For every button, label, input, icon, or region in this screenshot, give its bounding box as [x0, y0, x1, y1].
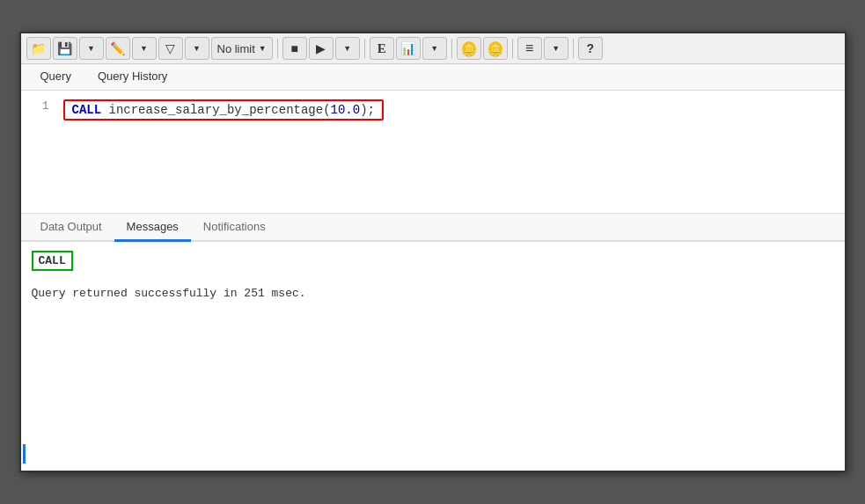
edit-button[interactable]: ✏️	[106, 37, 130, 60]
tab-messages[interactable]: Messages	[114, 214, 191, 242]
separator-1	[277, 39, 278, 58]
function-name: increase_salary_by_percentage(	[101, 103, 330, 117]
scratch2-button[interactable]: 🪙	[483, 37, 508, 60]
scratch-button[interactable]: 🪙	[457, 37, 481, 60]
query-editor[interactable]: 1 CALL increase_salary_by_percentage(10.…	[21, 91, 845, 214]
query-tab-bar: Query Query History	[21, 64, 845, 91]
code-highlighted-block: CALL increase_salary_by_percentage(10.0)…	[63, 99, 384, 121]
limit-caret-icon: ▼	[259, 44, 267, 53]
separator-5	[573, 39, 574, 58]
param-value: 10.0	[331, 103, 361, 117]
output-message: Query returned successfully in 251 msec.	[32, 285, 834, 302]
save-button[interactable]: 💾	[53, 37, 77, 60]
execute-button[interactable]: ▶	[309, 37, 334, 60]
filter-button[interactable]: ▽	[158, 37, 183, 60]
code-line-1: CALL increase_salary_by_percentage(10.0)…	[63, 99, 838, 121]
chart-button[interactable]: 📊	[396, 37, 421, 60]
save-dropdown-button[interactable]: ▼	[79, 37, 104, 60]
line-number-1: 1	[21, 99, 49, 113]
stop-button[interactable]: ■	[282, 37, 307, 60]
separator-4	[512, 39, 513, 58]
limit-dropdown[interactable]: No limit ▼	[211, 37, 273, 60]
tab-query[interactable]: Query	[28, 64, 84, 90]
execute-dropdown-button[interactable]: ▼	[335, 37, 360, 60]
line-numbers: 1	[21, 98, 56, 206]
editor-content[interactable]: CALL increase_salary_by_percentage(10.0)…	[56, 98, 845, 206]
open-folder-button[interactable]: 📁	[26, 37, 51, 60]
keyword-call: CALL	[72, 103, 102, 117]
cursor-indicator	[23, 444, 26, 464]
output-area: CALL Query returned successfully in 251 …	[21, 242, 845, 471]
filter-dropdown-button[interactable]: ▼	[185, 37, 209, 60]
separator-3	[451, 39, 452, 58]
main-window: 📁 💾 ▼ ✏️ ▼ ▽ ▼ No limit ▼ ■ ▶ ▼ E 📊 ▼ 🪙 …	[19, 32, 847, 472]
explain-button[interactable]: E	[370, 37, 394, 60]
toolbar: 📁 💾 ▼ ✏️ ▼ ▽ ▼ No limit ▼ ■ ▶ ▼ E 📊 ▼ 🪙 …	[21, 33, 845, 64]
list-dropdown-button[interactable]: ▼	[544, 37, 568, 60]
edit-dropdown-button[interactable]: ▼	[132, 37, 157, 60]
tab-notifications[interactable]: Notifications	[191, 214, 278, 242]
tab-data-output[interactable]: Data Output	[28, 214, 114, 242]
chart-dropdown-button[interactable]: ▼	[422, 37, 447, 60]
list-button[interactable]: ≡	[517, 37, 542, 60]
tab-query-history[interactable]: Query History	[85, 64, 180, 90]
help-button[interactable]: ?	[578, 37, 603, 60]
output-tab-bar: Data Output Messages Notifications	[21, 214, 845, 242]
call-badge: CALL	[32, 251, 73, 271]
code-end: );	[360, 103, 375, 117]
limit-label: No limit	[217, 42, 255, 55]
separator-2	[364, 39, 365, 58]
